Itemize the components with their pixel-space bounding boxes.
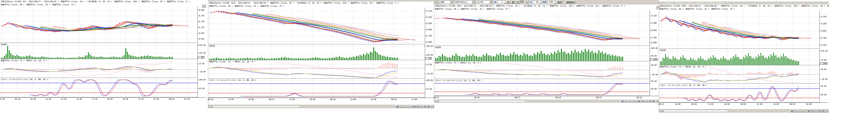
window-menu-button[interactable]: ▼ — [202, 5, 206, 8]
stochastics-pane[interactable]: スロー・ストキャスティクス( 14, 3, 80, 20 ) — [0, 78, 197, 97]
time-axis-label: 17:20 — [92, 98, 97, 100]
chart-tool-button-5[interactable]: ▶ — [638, 100, 641, 103]
volume-pane[interactable]: 出来高 — [434, 46, 650, 61]
chart-tool-button-0[interactable]: ◀ — [620, 100, 624, 103]
chart-tool-button-10[interactable]: ＞ — [825, 110, 828, 112]
chart-tool-button-4[interactable]: ▪ — [634, 100, 638, 103]
price-pane[interactable] — [0, 7, 197, 43]
price-pane[interactable] — [208, 8, 425, 44]
chart-tool-button-8[interactable]: R — [648, 100, 651, 103]
bar-interval-input[interactable]: 1 — [497, 1, 505, 4]
chart-plots[interactable]: 出来高移動平均( Close, 75 ) MACD( 12, 26, 9 )スロ… — [659, 10, 819, 102]
chart-tool-button-0[interactable]: ◀ — [396, 105, 399, 108]
axis-tick-label: 55.00 — [819, 59, 827, 61]
bar-count-input[interactable]: 500 — [548, 1, 556, 4]
chart-plots[interactable]: 出来高移動平均( Close, 75 ) MACD( 12, 26, 9 )スロ… — [0, 7, 197, 97]
chart-tool-button-3[interactable]: ↔ — [801, 110, 804, 112]
horizontal-scrollbar[interactable] — [435, 100, 525, 102]
chart-tool-button-10[interactable]: ＞ — [430, 105, 433, 108]
volume-pane-label: 出来高 — [660, 49, 666, 51]
chart-tool-button-0[interactable]: ◀ — [790, 110, 793, 112]
chart-tool-button-8[interactable]: R — [423, 105, 427, 108]
window-menu-button[interactable]: ▼ — [656, 6, 660, 9]
spinner-icon[interactable] — [539, 2, 540, 3]
chevron-down-icon[interactable]: ▼ — [450, 1, 453, 4]
chart-tool-button-3[interactable]: ↔ — [406, 105, 409, 108]
chart-tool-button-9[interactable]: ⊕ — [821, 110, 825, 112]
chart-tool-button-6[interactable]: D — [641, 100, 645, 103]
symbol-select[interactable]: 日経225mini▼ — [454, 1, 475, 4]
chevron-down-icon[interactable]: ▼ — [490, 1, 493, 4]
bottom-scroll-toolbar: ◀＋－↔▪▶DLR⊕＞ — [659, 109, 829, 112]
chart-tool-button-1[interactable]: ＋ — [794, 110, 797, 112]
chart-tool-button-7[interactable]: L — [420, 105, 423, 108]
tick-mark — [819, 51, 820, 51]
tick-mark — [650, 65, 651, 65]
chart-tool-button-2[interactable]: － — [797, 110, 800, 112]
period-button-週[interactable]: 週 — [511, 1, 515, 4]
chart-tool-button-10[interactable]: ＞ — [655, 100, 658, 103]
chart-tool-button-9[interactable]: ⊕ — [427, 105, 430, 108]
spinner-icon[interactable] — [554, 2, 555, 3]
chart-tool-button-2[interactable]: － — [402, 105, 406, 108]
chart-title-line2: 移動平均( Close, 40 ) 移動平均( Close, 25 ) 移動平均… — [435, 7, 659, 10]
chart-tool-button-6[interactable]: D — [811, 110, 814, 112]
chart-tool-button-7[interactable]: L — [814, 110, 818, 112]
chart-tool-button-6[interactable]: D — [416, 105, 420, 108]
chart-tool-button-2[interactable]: － — [627, 100, 630, 103]
time-axis-label: 08/19 — [596, 97, 601, 99]
chart-tool-button-3[interactable]: ↔ — [631, 100, 634, 103]
macd-pane[interactable]: 移動平均( Close, 75 ) MACD( 12, 26, 9 ) — [659, 65, 819, 84]
chart-tool-button-1[interactable]: ＋ — [399, 105, 402, 108]
axis-tick-label: 8,850 — [819, 30, 827, 32]
stochastics-pane[interactable]: スロー・ストキャスティクス( 14, 3, 80, 20 ) — [208, 78, 425, 98]
macd-pane[interactable]: 移動平均( Close, 75 ) MACD( 12, 26, 9 ) — [0, 59, 197, 78]
chart-plots[interactable]: 出来高移動平均( Close, 75 ) MACD( 12, 26, 9 )スロ… — [434, 10, 650, 96]
macd-pane[interactable]: 移動平均( Close, 75 ) MACD( 12, 26, 9 ) — [208, 60, 425, 78]
contract-select-value: 11/09 — [477, 1, 483, 3]
minute-interval-input[interactable]: 30 — [533, 1, 541, 4]
chart-tool-button-7[interactable]: L — [645, 100, 648, 103]
period-button-日[interactable]: 日 — [506, 1, 510, 4]
volume-multiplier-badge: × 1000 — [820, 62, 828, 65]
stochastics-pane[interactable]: スロー・ストキャスティクス( 14, 3, 80, 20 ) — [659, 84, 819, 102]
scrollbar-thumb[interactable] — [210, 106, 213, 107]
chart-tool-button-5[interactable]: ▶ — [807, 110, 811, 112]
axis-tick-label: 40.00 — [650, 88, 657, 90]
contract-select[interactable]: 11/09▼ — [476, 1, 493, 4]
chart-tool-button-1[interactable]: ＋ — [624, 100, 627, 103]
category-select[interactable]: 先物▼ — [439, 1, 454, 4]
clipped-toolbar-control — [255, 0, 264, 1]
scrollbar-thumb[interactable] — [660, 110, 663, 112]
axis-tick-label: 30.00 — [819, 68, 827, 70]
chart-tool-button-9[interactable]: ⊕ — [652, 100, 655, 103]
window-menu-button[interactable]: ▼ — [435, 1, 439, 4]
volume-pane[interactable]: 出来高 — [208, 44, 425, 60]
period-button-月[interactable]: 月 — [516, 1, 520, 4]
price-pane[interactable] — [659, 10, 819, 49]
macd-pane[interactable]: 移動平均( Close, 75 ) MACD( 12, 26, 9 ) — [434, 61, 650, 79]
chart-tool-button-4[interactable]: ▪ — [804, 110, 807, 112]
horizontal-scrollbar[interactable] — [209, 105, 300, 108]
axis-tick-label: 8,750 — [425, 35, 432, 37]
chart-body: 出来高移動平均( Close, 75 ) MACD( 12, 26, 9 )スロ… — [434, 10, 659, 96]
period-button-分[interactable]: 分 — [520, 1, 525, 4]
horizontal-scrollbar[interactable] — [660, 110, 728, 112]
volume-pane[interactable]: 出来高 — [659, 49, 819, 65]
stochastics-pane[interactable]: スロー・ストキャスティクス( 14, 3, 80, 20 ) — [434, 79, 650, 96]
time-axis-label: 13:20 — [61, 98, 66, 100]
price-pane[interactable] — [434, 10, 650, 46]
chart-tool-button-4[interactable]: ▪ — [409, 105, 413, 108]
multi-symbol-button[interactable]: 複数銘柄 — [565, 1, 576, 4]
apply-button[interactable]: 適用 — [556, 1, 562, 4]
period-button-T[interactable]: T — [525, 1, 529, 4]
chevron-down-icon[interactable]: ▼ — [472, 1, 475, 4]
axis-tick-label: 8,850 — [650, 29, 657, 31]
chart-plots[interactable]: 出来高移動平均( Close, 75 ) MACD( 12, 26, 9 )スロ… — [208, 8, 425, 98]
chart-tool-button-5[interactable]: ▶ — [413, 105, 416, 108]
scrollbar-thumb[interactable] — [435, 100, 439, 102]
time-axis-label: 08/16 — [474, 97, 479, 99]
volume-pane[interactable]: 出来高 — [0, 43, 197, 59]
chart-tool-button-8[interactable]: R — [818, 110, 821, 112]
spinner-icon[interactable] — [503, 2, 505, 3]
